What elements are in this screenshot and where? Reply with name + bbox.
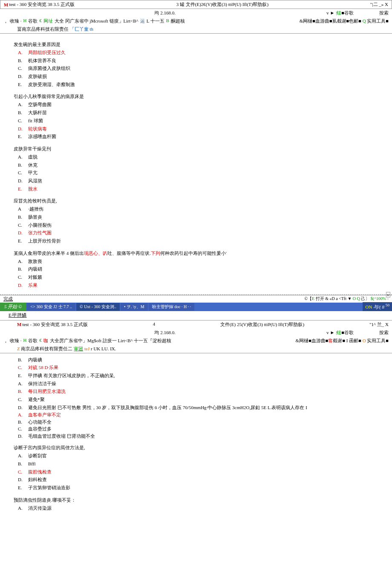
bookmark-google[interactable]: 谷歌 bbox=[28, 338, 37, 344]
answer-option: D. 毛细血管过度收缩 巳肾功能不全 bbox=[18, 433, 387, 440]
tab-te: teJ bbox=[84, 346, 89, 351]
option-letter: C. bbox=[18, 396, 28, 404]
option-text: 轮状病毒 bbox=[28, 125, 387, 133]
answer-option: E. 皮肤受潮湿、牵瘵制激 bbox=[18, 81, 387, 89]
option-text: 避免日光照射 巳不可热敷 男性，30 岁，双下肢及胸腹部堤伤 6 小时，血压 7… bbox=[28, 404, 387, 412]
option-text: fit 球菌 bbox=[28, 117, 387, 125]
start-button[interactable]: 5 开始 © bbox=[0, 303, 26, 311]
address-field[interactable]: 均 2.168.0. bbox=[3, 329, 326, 336]
option-letter: E. bbox=[18, 484, 28, 492]
bookmark-ka[interactable]: 咖 bbox=[43, 338, 48, 344]
option-text: 风湿熬 bbox=[28, 177, 387, 185]
bookmark-tools[interactable]: 实用工具■ bbox=[367, 338, 389, 343]
address-field[interactable]: 均 2.168.0. bbox=[3, 10, 326, 16]
option-letter: D. bbox=[18, 229, 28, 237]
option-letter: C. bbox=[18, 221, 28, 229]
answer-option: B. Bffl bbox=[18, 460, 387, 468]
window-controls[interactable]: "|二 _» X bbox=[370, 1, 388, 8]
favorites-label[interactable]: 收臻 · bbox=[10, 18, 22, 24]
nav-button[interactable]: |钮 bbox=[336, 330, 341, 335]
answer-option: A. 消灭传染源 bbox=[18, 504, 387, 512]
tab-title[interactable]: 畐南京品疼科技右限责任 bbox=[17, 26, 69, 32]
bookmark-euro-icon: € bbox=[39, 18, 42, 24]
system-tray[interactable]: ON 与/( 8 50 bbox=[363, 302, 392, 311]
window-title: test - 360 安全询览 38 3.5 正式版 bbox=[9, 1, 75, 8]
window-controls[interactable]: "1^ 兰_ X bbox=[369, 321, 389, 328]
option-text: 张力性气圏 bbox=[28, 229, 387, 237]
answer-option: D. 轮状病毒 bbox=[18, 125, 387, 133]
bookmark-text[interactable]: 大全 冈广东省中 jMcrosoft 链疫」Lirt<B^ bbox=[55, 18, 138, 24]
scroll-indicator[interactable]: v bbox=[386, 292, 390, 297]
option-letter: D. bbox=[18, 72, 28, 81]
taskbar-item[interactable]: 吩主管护婶 doc · H · · bbox=[149, 303, 195, 311]
question-text: 皮肤异常干燥见刊 bbox=[14, 146, 387, 152]
bookmark-h[interactable]: H bbox=[23, 18, 27, 24]
menu-bar[interactable]: 3 罐 文件(E)2€(V)收濫(3) ttiP(U) Ifl(T)帮肋叙) bbox=[176, 1, 268, 8]
option-letter: D. bbox=[18, 433, 28, 440]
bookmark-text[interactable]: 大全厉广东省中」Mg$oft 註疫一 Lirt<B^ 十一五『淀粉超核 bbox=[50, 338, 171, 344]
option-text: 小脑徑裂伤 bbox=[28, 221, 387, 229]
bookmark-wangzhi[interactable]: 网址 bbox=[43, 18, 53, 24]
search-button[interactable]: 按索 bbox=[379, 10, 389, 16]
taskbar-item[interactable]: <> 360 安全 J2 士 7.7 .. bbox=[27, 303, 75, 311]
option-text: 休克 bbox=[28, 161, 387, 169]
answer-option: A. 诊断刮官 bbox=[18, 452, 387, 460]
search-button[interactable]: 按索 bbox=[379, 329, 389, 336]
answer-option: E. 凉感嗜血杆菌 bbox=[18, 133, 387, 141]
question-text: 发生碗的最主要原因是 bbox=[14, 41, 387, 48]
option-text: Bffl bbox=[28, 460, 387, 468]
bookmark-right-prefix[interactable]: &网樋■血游曲■ bbox=[296, 338, 329, 343]
answer-option: C. 小脑徑裂伤 bbox=[18, 221, 387, 229]
option-letter: C. bbox=[18, 468, 28, 476]
option-letter: B. bbox=[18, 460, 28, 468]
option-text: ·越挫伤 bbox=[28, 205, 387, 213]
bookmark-chong: 翕 bbox=[328, 338, 333, 343]
taskbar: 5 开始 © <> 360 安全 J2 士 7.7 .. © Uxt - 360… bbox=[0, 303, 392, 311]
option-text: 大肠杆苗 bbox=[28, 109, 387, 117]
option-text: 上肢开欣性骨折 bbox=[28, 237, 387, 245]
favorites-label[interactable]: 收臻 · bbox=[10, 338, 22, 344]
answer-option: B. 休克 bbox=[18, 161, 387, 169]
bookmark-google[interactable]: 谷歌 bbox=[28, 18, 37, 24]
option-letter: E. bbox=[18, 372, 28, 380]
nav-button[interactable]: |钮 bbox=[336, 10, 341, 15]
option-text: 腹腔傀检查 bbox=[28, 468, 387, 476]
bookmark-bar-2: ， 收臻 · H 谷歌 €咖大全厉广东省中」Mg$oft 註疫一 Lirt<B^… bbox=[0, 337, 392, 345]
answer-option: E. 子宫第卵管硝油造影 bbox=[18, 484, 387, 492]
bookmark-yun[interactable]: 运 bbox=[140, 18, 145, 24]
question-text: 诊断子宫内摸异位症的焉佳方法是, bbox=[14, 445, 387, 451]
question-text: 某病人食用帶皮的水果半 4 侧后出现恶心、叭吐、腹痛等中再症状.下列何种农药引起… bbox=[14, 250, 387, 257]
answer-option: A. 敌敌喪 bbox=[18, 257, 387, 266]
bookmark-euro-icon: € bbox=[39, 338, 42, 344]
option-text: 血客奉产审不定 bbox=[28, 411, 387, 419]
extra-option-line: E·甲拌鱗 bbox=[0, 311, 392, 319]
taskbar-item[interactable]: © Uxt - 360 安全浏.. bbox=[76, 303, 120, 311]
bookmark-tools[interactable]: 实用工具■ bbox=[367, 18, 389, 23]
option-letter: A. bbox=[18, 411, 28, 419]
bookmark-b[interactable]: B bbox=[166, 18, 169, 24]
dropdown-icon[interactable]: v ► bbox=[326, 10, 334, 15]
bookmark-right-group[interactable]: &网樋■血游曲■虱截谢■色郦■ bbox=[300, 18, 361, 23]
dropdown-icon[interactable]: v ► bbox=[326, 330, 334, 335]
answer-option: C. 腹腔傀检查 bbox=[18, 468, 387, 476]
taskbar-item[interactable]: • ヲ. \y、M bbox=[121, 303, 148, 311]
tab-green: 审团 bbox=[74, 346, 83, 351]
tab-title[interactable]: 南京品疼科技有限责任二 bbox=[21, 346, 72, 351]
app-icon: M bbox=[17, 322, 21, 327]
tab-row-2: Z 南京品疼科技有限责任二 审团 teJ r UK LU. IX. bbox=[0, 345, 392, 353]
option-text: 皮肤受潮湿、牵瘵制激 bbox=[28, 81, 387, 89]
option-letter: B. bbox=[18, 213, 28, 221]
tab-row: 畐南京品疼科技右限责任 「匚丫童 th bbox=[0, 25, 392, 33]
bookmark-right-mid[interactable]: 截谢■ I 函郦■ bbox=[333, 338, 361, 343]
bookmark-ls[interactable]: L 十一五 bbox=[147, 18, 164, 24]
option-letter: C. bbox=[18, 64, 28, 72]
answer-option: A ·越挫伤 bbox=[18, 205, 387, 213]
option-text: 每日用肥呈水瀟洗 bbox=[28, 387, 387, 396]
option-text: 子宫第卵管硝油造影 bbox=[28, 484, 387, 492]
bookmark-tong[interactable]: 酮超核 bbox=[171, 18, 185, 24]
option-text: 虛脱 bbox=[28, 153, 387, 161]
option-text: 敌敌喪 bbox=[28, 257, 387, 266]
bookmark-h[interactable]: H bbox=[23, 338, 27, 344]
menu-bar[interactable]: 文件(E) 25(V)收濫(3) ttiP(U) Ifl(T)帮肋叙) bbox=[220, 321, 304, 328]
option-text: 空肠弯曲菌 bbox=[28, 101, 387, 109]
